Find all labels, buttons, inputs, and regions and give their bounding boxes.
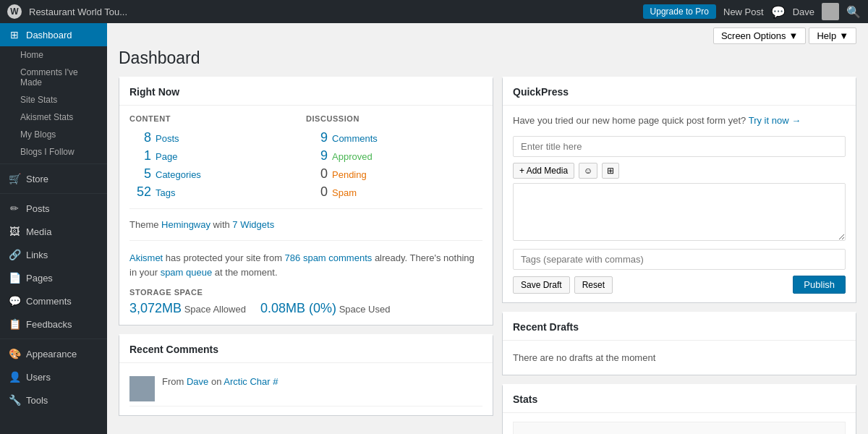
help-button[interactable]: Help ▼ [809,27,856,44]
sidebar-item-media[interactable]: 🖼 Media [0,220,107,243]
sidebar-item-feedbacks[interactable]: 📋 Feedbacks [0,312,107,336]
spam-row: 0 Spam [306,183,482,201]
stats-content [503,413,856,434]
page-link[interactable]: Page [156,151,177,162]
sidebar-item-dashboard[interactable]: ⊞ Dashboard [0,23,107,46]
comment-item: From Dave on Arctic Char # [129,372,482,407]
right-now-widget: Right Now CONTENT 8 Posts 1 [119,77,493,326]
posts-icon: ✏ [9,203,20,214]
dashboard-icon: ⊞ [9,29,20,41]
sidebar-item-comments-made[interactable]: Comments I've Made [0,64,107,91]
new-post-link[interactable]: New Post [723,7,764,17]
spam-queue-link[interactable]: spam queue [161,267,213,278]
spam-count-link[interactable]: 786 spam comments [285,252,373,263]
appearance-label: Appearance [26,349,77,359]
sidebar-item-appearance[interactable]: 🎨 Appearance [0,342,107,365]
pages-label: Pages [26,273,53,284]
stats-title: Stats [503,386,856,413]
reset-button[interactable]: Reset [574,276,613,294]
title-input[interactable] [513,136,846,157]
users-icon: 👤 [9,371,20,383]
sidebar-item-comments[interactable]: 💬 Comments [0,289,107,312]
publish-button[interactable]: Publish [793,276,846,294]
links-label: Links [26,250,48,260]
comment-post-title[interactable]: Arctic Char # [224,376,278,387]
main-content: Screen Options ▼ Help ▼ Dashboard Right … [107,23,868,434]
upgrade-pro-button[interactable]: Upgrade to Pro [643,4,716,19]
sidebar-item-my-blogs[interactable]: My Blogs [0,126,107,143]
akismet-text3: at the moment. [212,267,277,278]
pending-count: 0 [306,166,328,182]
sidebar-item-tools[interactable]: 🔧 Tools [0,388,107,412]
tags-input[interactable] [513,249,846,270]
divider-2 [129,240,482,241]
add-media-button[interactable]: + Add Media [513,163,574,179]
site-name[interactable]: Restaurant World Tou... [29,7,127,17]
tools-label: Tools [26,395,48,406]
akismet-line: Akismet has protected your site from 786… [129,248,482,282]
left-column: Right Now CONTENT 8 Posts 1 [119,77,493,434]
tags-row: 52 Tags [129,183,306,201]
storage-row: 3,072MB Space Allowed 0.08MB (0%) Space … [129,301,482,316]
smiley-icon-btn[interactable]: ☺ [579,163,597,179]
links-icon: 🔗 [9,249,20,260]
recent-comments-widget: Recent Comments From Dave on Arctic Char… [119,334,493,416]
posts-link[interactable]: Posts [156,133,179,144]
quickpress-widget: QuickPress Have you tried our new home p… [502,77,856,303]
table-icon-btn[interactable]: ⊞ [602,163,619,179]
storage-used: 0.08MB (0%) [260,301,336,315]
sidebar-item-akismet-stats[interactable]: Akismet Stats [0,109,107,126]
widgets-link[interactable]: 7 Widgets [232,219,274,230]
sidebar-item-links[interactable]: 🔗 Links [0,243,107,266]
store-icon: 🛒 [9,173,20,184]
user-name[interactable]: Dave [793,7,814,17]
save-draft-button[interactable]: Save Draft [513,276,570,294]
recent-comments-content: From Dave on Arctic Char # [119,363,493,415]
comments-label: Comments [26,296,72,307]
pages-icon: 📄 [9,272,20,284]
commenter-name[interactable]: Dave [187,376,208,387]
right-now-title: Right Now [119,79,493,106]
feedbacks-label: Feedbacks [26,319,72,330]
sidebar-item-pages[interactable]: 📄 Pages [0,266,107,289]
spam-link[interactable]: Spam [332,187,357,198]
tags-count: 52 [129,184,151,200]
categories-count: 5 [129,166,151,182]
sidebar-item-blogs-follow[interactable]: Blogs I Follow [0,143,107,161]
theme-name-link[interactable]: Hemingway [161,219,210,230]
search-icon[interactable]: 🔍 [846,5,861,19]
sidebar-item-users[interactable]: 👤 Users [0,365,107,388]
try-link[interactable]: Try it now → [749,115,801,126]
theme-prefix: Theme [129,219,161,230]
divider-1 [129,208,482,209]
categories-link[interactable]: Categories [156,169,201,180]
page-title: Dashboard [107,48,868,77]
appearance-icon: 🎨 [9,348,20,359]
theme-suffix: with [210,219,232,230]
comments-link[interactable]: Comments [332,133,378,144]
pending-link[interactable]: Pending [332,169,367,180]
chat-icon[interactable]: 💬 [771,5,786,19]
tags-link[interactable]: Tags [156,187,175,198]
approved-link[interactable]: Approved [332,151,373,162]
screen-options-button[interactable]: Screen Options ▼ [713,27,806,44]
comments-icon: 💬 [9,295,20,307]
storage-header: STORAGE SPACE [129,288,482,301]
media-icon: 🖼 [9,226,20,237]
approved-count: 9 [306,148,328,163]
sidebar-item-site-stats[interactable]: Site Stats [0,91,107,109]
content-textarea[interactable] [513,183,846,241]
users-label: Users [26,372,51,383]
qp-left-buttons: Save Draft Reset [513,276,613,294]
admin-bar: W Restaurant World Tou... Upgrade to Pro… [0,0,868,23]
avatar [822,3,839,20]
sidebar-item-posts[interactable]: ✏ Posts [0,197,107,220]
sidebar-item-home[interactable]: Home [0,46,107,64]
recent-comments-title: Recent Comments [119,336,493,363]
comment-on: on [208,376,224,387]
akismet-link[interactable]: Akismet [129,252,163,263]
posts-count: 8 [129,130,151,145]
qp-toolbar: + Add Media ☺ ⊞ [513,163,846,179]
sidebar-item-store[interactable]: 🛒 Store [0,167,107,190]
posts-label: Posts [26,203,50,214]
